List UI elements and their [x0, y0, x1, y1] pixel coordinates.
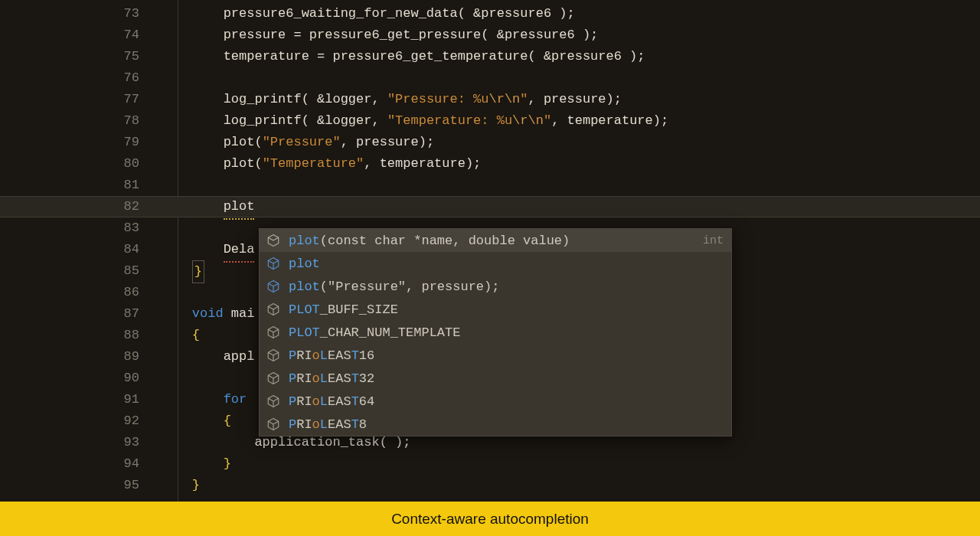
autocomplete-item[interactable]: PLOT_BUFF_SIZE — [260, 298, 731, 321]
autocomplete-item[interactable]: plot("Pressure", pressure); — [260, 275, 731, 298]
autocomplete-item[interactable]: PRIoLEAST16 — [260, 344, 731, 367]
line-number: 87 — [0, 303, 161, 325]
autocomplete-return-type: int — [703, 234, 724, 247]
line-number: 73 — [0, 3, 161, 25]
caption-text: Context-aware autocompletion — [391, 511, 589, 528]
cube-blue-icon — [266, 279, 281, 294]
line-number: 92 — [0, 410, 161, 432]
code-text: { — [161, 325, 200, 346]
code-text: for — [161, 389, 247, 410]
code-text: log_printf( &logger, "Pressure: %u\r\n",… — [161, 89, 622, 110]
line-number: 86 — [0, 282, 161, 303]
code-text: temperature = pressure6_get_temperature(… — [161, 46, 645, 67]
code-editor[interactable]: 73 pressure6_waiting_for_new_data( &pres… — [0, 0, 980, 502]
autocomplete-label: plot — [289, 257, 724, 271]
autocomplete-item[interactable]: plot(const char *name, double value)int — [260, 229, 731, 252]
line-number: 83 — [0, 217, 161, 239]
autocomplete-label: PRIoLEAST32 — [289, 371, 724, 386]
autocomplete-item[interactable]: plot — [260, 252, 731, 275]
line-number: 94 — [0, 453, 161, 475]
autocomplete-label: PRIoLEAST16 — [289, 348, 724, 363]
code-text: log_printf( &logger, "Temperature: %u\r\… — [161, 110, 668, 132]
line-number: 80 — [0, 153, 161, 175]
autocomplete-item[interactable]: PRIoLEAST8 — [260, 413, 731, 436]
code-text: void mai — [161, 303, 254, 325]
autocomplete-item[interactable]: PRIoLEAST64 — [260, 390, 731, 413]
line-number: 84 — [0, 239, 161, 260]
code-text: plot — [161, 196, 254, 220]
code-text: pressure6_waiting_for_new_data( &pressur… — [161, 3, 575, 25]
code-text: } — [161, 453, 231, 475]
code-text: { — [161, 410, 231, 432]
autocomplete-item[interactable]: PLOT_CHAR_NUM_TEMPLATE — [260, 321, 731, 344]
autocomplete-label: plot("Pressure", pressure); — [289, 279, 724, 294]
line-number: 77 — [0, 89, 161, 110]
line-number: 78 — [0, 110, 161, 132]
cube-outline-icon — [266, 302, 281, 317]
code-text: plot("Temperature", temperature); — [161, 153, 481, 175]
code-text: } — [161, 260, 204, 283]
line-number: 90 — [0, 368, 161, 389]
autocomplete-label: PRIoLEAST8 — [289, 417, 724, 432]
line-number: 75 — [0, 46, 161, 67]
line-number: 91 — [0, 389, 161, 410]
code-text: Dela — [161, 239, 254, 263]
autocomplete-label: PLOT_CHAR_NUM_TEMPLATE — [289, 325, 724, 340]
code-text: appl — [161, 346, 254, 368]
autocomplete-label: PLOT_BUFF_SIZE — [289, 302, 724, 317]
cube-outline-icon — [266, 325, 281, 340]
line-number: 93 — [0, 432, 161, 453]
cube-outline-icon — [266, 371, 281, 386]
autocomplete-item[interactable]: PRIoLEAST32 — [260, 367, 731, 390]
cube-outline-icon — [266, 394, 281, 409]
code-text: plot("Pressure", pressure); — [161, 132, 434, 153]
line-number: 88 — [0, 325, 161, 346]
cube-outline-icon — [266, 417, 281, 432]
line-number: 82 — [0, 196, 161, 217]
line-number: 85 — [0, 260, 161, 282]
autocomplete-popup[interactable]: plot(const char *name, double value)intp… — [259, 228, 732, 436]
autocomplete-label: plot(const char *name, double value) — [289, 234, 703, 248]
line-number: 74 — [0, 25, 161, 46]
line-number: 95 — [0, 475, 161, 496]
line-number: 76 — [0, 67, 161, 89]
autocomplete-label: PRIoLEAST64 — [289, 394, 724, 409]
cube-blue-icon — [266, 256, 281, 271]
code-text: } — [161, 475, 200, 496]
caption-bar: Context-aware autocompletion — [0, 502, 980, 536]
line-number: 89 — [0, 346, 161, 368]
code-text: pressure = pressure6_get_pressure( &pres… — [161, 25, 598, 46]
line-number: 81 — [0, 175, 161, 196]
function-outline-icon — [266, 233, 281, 248]
cube-outline-icon — [266, 348, 281, 363]
line-number: 79 — [0, 132, 161, 153]
